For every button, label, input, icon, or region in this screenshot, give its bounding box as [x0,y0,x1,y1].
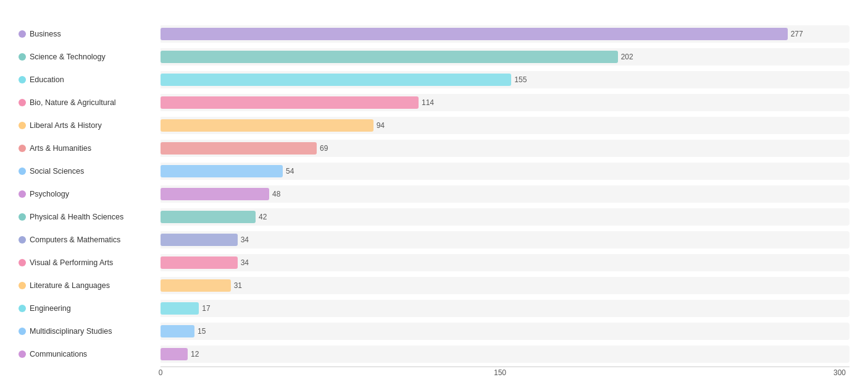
bar-row: Social Sciences54 [19,161,849,182]
bar-fill [161,119,373,132]
bar-label: Education [30,75,64,84]
bar-row: Computers & Mathematics34 [19,229,849,250]
bar-value-label: 202 [621,53,633,61]
bar-label: Arts & Humanities [30,144,91,153]
bar-label: Engineering [30,304,71,313]
bar-fill [161,142,317,155]
bar-value-label: 277 [791,30,803,38]
bar-value-label: 155 [514,75,527,84]
bar-row: Science & Technology202 [19,46,849,67]
bar-fill [161,51,618,63]
bar-label: Social Sciences [30,167,84,176]
x-tick-label: 0 [159,368,163,377]
bar-value-label: 17 [202,304,210,313]
bar-value-label: 34 [241,235,249,244]
bar-dot [19,236,26,244]
bar-fill [161,74,511,86]
bar-value-label: 48 [272,190,280,198]
bar-label: Computers & Mathematics [30,235,120,244]
x-tick: 150 [494,368,506,377]
bar-row: Arts & Humanities69 [19,138,849,159]
bar-label: Science & Technology [30,53,106,61]
bar-fill [161,188,269,200]
bar-label: Psychology [30,190,69,198]
bar-row: Psychology48 [19,184,849,205]
bar-value-label: 12 [191,350,199,358]
bar-dot [19,122,26,129]
bar-fill [161,234,238,246]
x-tick-label: 300 [833,368,846,377]
bar-fill [161,302,199,315]
bar-row: Communications12 [19,344,849,365]
bar-row: Bio, Nature & Agricultural114 [19,92,849,113]
bar-fill [161,279,231,292]
bar-label: Multidisciplinary Studies [30,327,112,336]
bar-fill [161,348,188,360]
bar-fill [161,28,788,40]
bar-row: Engineering17 [19,298,849,319]
bar-fill [161,325,194,337]
bar-dot [19,259,26,266]
x-axis: 0150300 [161,367,849,380]
bar-row: Physical & Health Sciences42 [19,206,849,227]
bar-fill [161,96,419,109]
bar-row: Multidisciplinary Studies15 [19,321,849,342]
bar-label: Bio, Nature & Agricultural [30,98,116,107]
bar-value-label: 94 [377,121,385,130]
bar-dot [19,76,26,83]
bar-dot [19,145,26,152]
bar-value-label: 114 [422,98,434,107]
bar-row: Liberal Arts & History94 [19,115,849,136]
bar-row: Literature & Languages31 [19,275,849,296]
bar-fill [161,256,238,269]
bar-value-label: 54 [286,167,294,176]
bar-label: Business [30,30,61,38]
bar-dot [19,53,26,61]
bar-row: Business277 [19,23,849,45]
bar-value-label: 42 [259,213,267,221]
chart-area: Business277Science & Technology202Educat… [19,23,849,367]
bar-fill [161,165,283,177]
bar-label: Physical & Health Sciences [30,213,123,221]
bar-label: Literature & Languages [30,281,110,290]
bar-row: Education155 [19,69,849,90]
chart-wrapper: Business277Science & Technology202Educat… [19,12,849,380]
bar-value-label: 15 [198,327,206,336]
bar-dot [19,350,26,358]
bar-value-label: 31 [234,281,242,290]
x-tick: 0 [159,368,163,377]
bar-dot [19,305,26,312]
bar-dot [19,167,26,175]
bar-label: Communications [30,350,87,358]
x-tick: 300 [833,368,846,377]
bar-dot [19,30,26,38]
bar-label: Visual & Performing Arts [30,258,113,267]
x-tick-label: 150 [494,368,506,377]
bar-dot [19,282,26,289]
bar-row: Visual & Performing Arts34 [19,252,849,273]
bar-dot [19,190,26,198]
bar-label: Liberal Arts & History [30,121,102,130]
bar-dot [19,328,26,335]
bar-dot [19,213,26,221]
bar-dot [19,99,26,106]
bar-value-label: 69 [320,144,328,153]
bar-value-label: 34 [241,258,249,267]
bar-fill [161,211,256,223]
